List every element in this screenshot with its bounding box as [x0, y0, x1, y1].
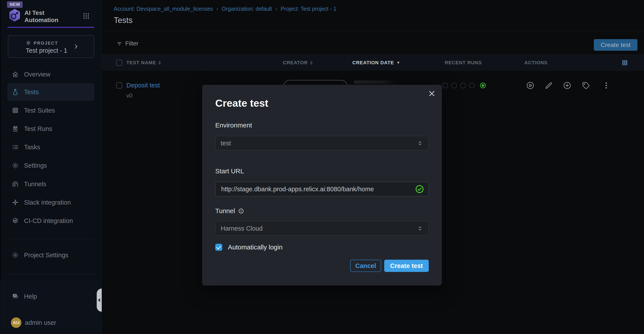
apps-grid-icon[interactable] [82, 12, 90, 20]
close-icon[interactable] [427, 89, 436, 98]
breadcrumb: Account: Devspace_all_module_licenses › … [114, 6, 336, 12]
tunnel-icon [12, 181, 19, 188]
app-title: AI Test Automation [24, 9, 58, 24]
app-root: NEW AI Test Automation [0, 0, 644, 334]
sort-arrows-icon [310, 61, 312, 65]
run-status-dot[interactable] [442, 83, 448, 88]
sort-desc-icon: ▼ [397, 61, 400, 65]
creation-date-clipped [354, 80, 396, 84]
select-all-checkbox[interactable] [116, 60, 122, 66]
sidebar-item-test-runs[interactable]: Test Runs [8, 120, 94, 137]
column-header-creator[interactable]: CREATOR [283, 55, 312, 71]
row-checkbox[interactable] [116, 82, 122, 89]
sidebar-item-tasks[interactable]: Tasks [8, 138, 94, 156]
filter-button[interactable]: Filter [116, 40, 138, 47]
url-valid-check-icon [415, 185, 424, 194]
select-chevrons-icon [417, 140, 423, 146]
brand-accent-divider [8, 27, 94, 28]
help-chat-icon: ? [12, 293, 19, 300]
slack-icon [12, 199, 19, 206]
project-selector[interactable]: PROJECT Test project - 1 [8, 35, 94, 58]
tag-icon[interactable] [581, 81, 590, 90]
sidebar-divider [8, 274, 94, 274]
run-status-dot-passed[interactable] [480, 83, 486, 88]
kebab-menu-icon[interactable] [602, 81, 610, 90]
header-divider [102, 31, 644, 31]
sort-arrows-icon [158, 61, 161, 65]
project-name: Test project - 1 [26, 47, 67, 54]
run-test-icon[interactable] [526, 81, 535, 90]
modal-title: Create test [215, 97, 268, 109]
breadcrumb-separator: › [276, 6, 277, 12]
breadcrumb-account[interactable]: Account: Devspace_all_module_licenses [114, 6, 213, 12]
auto-login-label: Automatically login [228, 244, 282, 251]
table-header: TEST NAME CREATOR CREATION DATE ▼ RECENT… [102, 55, 644, 70]
svg-text:?: ? [14, 294, 16, 297]
test-name-link[interactable]: Deposit test [126, 82, 160, 89]
select-chevrons-icon [417, 225, 423, 232]
tunnel-label: Tunnel [215, 207, 244, 215]
create-test-modal: Create test Environment test Start URL h… [202, 85, 442, 285]
sidebar-item-cicd-integration[interactable]: CI-CD integration [8, 212, 94, 230]
test-version: v0 [126, 92, 132, 99]
tunnel-select[interactable]: Harness Cloud [215, 221, 429, 236]
flask-icon [12, 89, 19, 96]
project-label: PROJECT [34, 41, 58, 46]
page-title: Tests [114, 16, 132, 25]
column-settings-icon[interactable] [621, 59, 628, 66]
sidebar-item-tests[interactable]: Tests [8, 83, 94, 101]
start-url-label: Start URL [215, 168, 244, 175]
run-status-dot[interactable] [451, 83, 457, 88]
run-status-dot[interactable] [460, 83, 466, 88]
column-header-creation-date[interactable]: CREATION DATE ▼ [352, 55, 400, 71]
user-menu[interactable]: AU admin user [8, 314, 94, 331]
cancel-button[interactable]: Cancel [350, 260, 381, 272]
grid-icon [12, 107, 19, 114]
add-icon[interactable] [563, 81, 572, 90]
create-test-submit-button[interactable]: Create test [384, 260, 429, 272]
auto-login-checkbox[interactable] [215, 244, 222, 251]
breadcrumb-organization[interactable]: Organization: default [222, 6, 272, 12]
breadcrumb-project[interactable]: Project: Test project - 1 [280, 6, 336, 12]
hexagon-link-icon [12, 217, 19, 224]
user-name: admin user [25, 319, 56, 326]
auto-login-row: Automatically login [215, 244, 282, 251]
column-header-actions: ACTIONS [524, 55, 548, 71]
app-logo-icon [8, 8, 22, 23]
breadcrumb-separator: › [216, 6, 218, 12]
gear-icon [12, 162, 19, 169]
start-url-input[interactable]: http://stage.dbank.prod-apps.relicx.ai:8… [215, 182, 429, 196]
edit-icon[interactable] [544, 81, 553, 90]
sidebar-item-project-settings[interactable]: Project Settings [8, 246, 94, 264]
home-icon [12, 71, 19, 78]
environment-select[interactable]: test [215, 136, 429, 150]
gear-icon [12, 252, 19, 259]
sidebar-collapse-handle[interactable] [97, 288, 102, 312]
list-icon [12, 144, 19, 151]
column-header-test-name[interactable]: TEST NAME [126, 55, 161, 71]
columns-run-icon [12, 125, 19, 132]
avatar: AU [11, 317, 22, 328]
collapse-arrow-icon [98, 298, 100, 302]
new-badge: NEW [7, 1, 23, 8]
sidebar-item-overview[interactable]: Overview [8, 66, 94, 83]
create-test-button[interactable]: Create test [594, 39, 638, 51]
cube-icon [26, 41, 31, 46]
environment-label: Environment [215, 121, 252, 129]
chevron-right-icon [73, 44, 79, 50]
sidebar-item-test-suites[interactable]: Test Suites [8, 102, 94, 119]
sidebar-item-help[interactable]: ? Help [8, 288, 94, 305]
filter-icon [116, 41, 122, 47]
sidebar-divider [8, 239, 94, 239]
info-icon[interactable] [238, 208, 244, 214]
sidebar-item-tunnels[interactable]: Tunnels [8, 175, 94, 193]
sidebar-item-slack-integration[interactable]: Slack integration [8, 194, 94, 211]
run-status-dot[interactable] [469, 83, 475, 88]
sidebar: NEW AI Test Automation [0, 0, 102, 334]
sidebar-item-settings[interactable]: Settings [8, 157, 94, 174]
column-header-recent-runs: RECENT RUNS [445, 55, 482, 71]
